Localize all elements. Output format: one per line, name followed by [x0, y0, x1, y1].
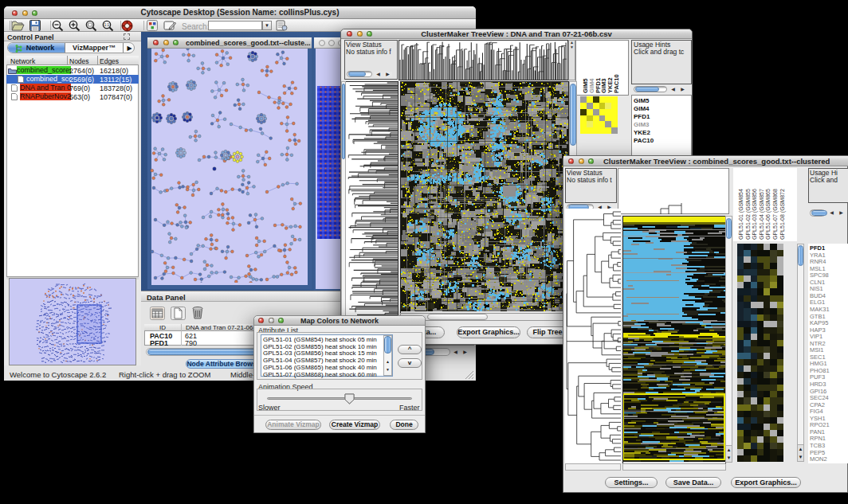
svg-text:1:1: 1:1 — [104, 23, 110, 27]
